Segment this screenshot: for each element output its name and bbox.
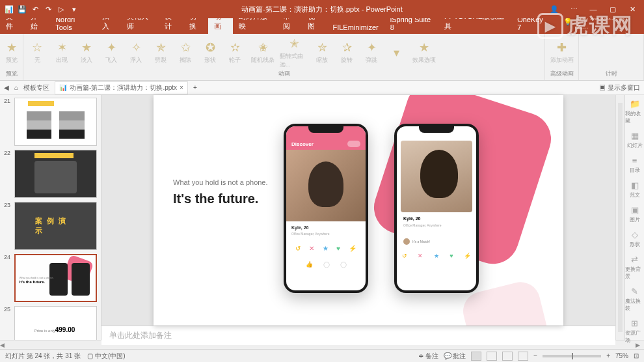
thumb-23[interactable]: 23 案 例 演 示	[4, 202, 97, 250]
zoom-out-button[interactable]: −	[533, 352, 537, 359]
home-icon[interactable]: ⌂	[14, 84, 18, 91]
rb-magic[interactable]: ✎魔法换装	[625, 286, 644, 312]
rb-templates[interactable]: ◧范文	[630, 180, 640, 199]
comments-label: 批注	[453, 352, 466, 359]
rb-favorites[interactable]: 📁我的收藏	[625, 99, 644, 124]
anim-growturn[interactable]: ✭翻转式由远...	[280, 37, 308, 68]
slide-thumbnail-panel[interactable]: 21 22 23 案 例 演 示 24 What you hold is not…	[0, 95, 101, 340]
rb-images[interactable]: ▣图片	[630, 205, 640, 223]
x-icon: ✕	[309, 245, 314, 252]
view-normal-button[interactable]	[471, 352, 481, 361]
chevron-down-icon: ▾	[394, 46, 399, 60]
rb-label: 魔法换装	[625, 298, 644, 312]
zoom-level[interactable]: 75%	[615, 352, 628, 359]
comments-toggle[interactable]: 💬 批注	[444, 352, 466, 361]
notes-toggle[interactable]: ≑ 备注	[418, 352, 438, 361]
anim-randombars[interactable]: ✬随机线条	[248, 37, 277, 68]
slide-title[interactable]: It's the future.	[173, 191, 258, 206]
fit-to-window-button[interactable]: ⊡	[634, 352, 639, 359]
preview-button[interactable]: ★预览	[3, 37, 20, 68]
anim-split[interactable]: ✯劈裂	[150, 37, 172, 68]
effect-options-button[interactable]: ★效果选项	[410, 37, 438, 68]
qat-more[interactable]: ▾	[69, 4, 79, 14]
lang-indicator[interactable]: ▢ 中文(中国)	[87, 352, 125, 361]
ppt-icon: 📊	[59, 84, 67, 91]
thumb-preview[interactable]: Price is only $ 499.00	[14, 306, 97, 340]
star-icon: ✧	[131, 40, 141, 55]
minimize-button[interactable]: —	[584, 2, 602, 16]
thumb-25[interactable]: 25 Price is only $ 499.00	[4, 306, 97, 340]
template-zone-link[interactable]: 模板专区	[23, 83, 49, 92]
qat-start-slideshow[interactable]: ▷	[56, 4, 66, 14]
notes-label: 备注	[425, 352, 438, 359]
anim-label: 轮子	[229, 56, 241, 64]
zoom-slider[interactable]	[543, 355, 601, 357]
document-tab[interactable]: 📊 动画篇-第二课：演讲助力：切换.pptx ×	[55, 81, 188, 94]
qat-undo[interactable]: ↶	[30, 4, 40, 14]
slide-subtitle[interactable]: What you hold is not a phone.	[173, 178, 268, 186]
thumb-preview-active[interactable]: What you hold is not a phone. It's the f…	[14, 254, 97, 302]
account-button[interactable]: 👤	[545, 2, 563, 16]
reload-icon: ↺	[295, 245, 301, 252]
close-button[interactable]: ✕	[623, 2, 641, 16]
anim-flyin[interactable]: ✦飞入	[100, 37, 122, 68]
anim-fade[interactable]: ★淡入	[75, 37, 98, 68]
zoom-in-button[interactable]: +	[606, 352, 610, 359]
anim-wheel[interactable]: ✫轮子	[224, 37, 246, 68]
thumb-preview[interactable]	[14, 150, 97, 198]
anim-zoom[interactable]: ✮缩放	[311, 37, 333, 68]
view-reading-button[interactable]	[502, 352, 513, 361]
view-slideshow-button[interactable]	[518, 352, 528, 361]
anim-appear[interactable]: ✶出现	[51, 37, 73, 68]
new-tab-button[interactable]: +	[193, 84, 197, 91]
anim-floatin[interactable]: ✧浮入	[125, 37, 147, 68]
lang-icon: ▢	[87, 352, 93, 359]
ribbon: ★预览 预览 ☆无 ✶出现 ★淡入 ✦飞入 ✧浮入 ✯劈裂 ✩擦除 ✪形状 ✫轮…	[0, 34, 644, 81]
rb-shapes[interactable]: ◇形状	[630, 230, 640, 248]
phone-mockup-1[interactable]: Discover Kyle, 26 Office Manager, Anywhe…	[284, 124, 368, 293]
nav-back-icon[interactable]: ◀	[4, 84, 9, 91]
vertical-scrollbar[interactable]	[615, 95, 624, 340]
anim-swivel[interactable]: ✰旋转	[336, 37, 358, 68]
thumb-preview[interactable]: 案 例 演 示	[14, 202, 97, 250]
ribbon-group-timing: 计时	[579, 34, 644, 80]
anim-none[interactable]: ☆无	[26, 37, 48, 68]
anim-wipe[interactable]: ✩擦除	[174, 37, 196, 68]
notes-pane[interactable]: 单击此处添加备注	[101, 326, 615, 345]
qat-redo[interactable]: ↷	[43, 4, 53, 14]
main-area: 21 22 23 案 例 演 示 24 What you hold is not…	[0, 95, 644, 340]
add-animation-button[interactable]: ✚添加动画	[548, 37, 576, 68]
qat-save[interactable]: 💾	[17, 4, 27, 14]
anim-shape[interactable]: ✪形状	[199, 37, 221, 68]
thumb-21[interactable]: 21	[4, 98, 97, 146]
scroll-right-icon[interactable]: ▶	[636, 342, 640, 348]
show-windows-link[interactable]: ▣ 显示多窗口	[599, 83, 640, 92]
document-tab-close[interactable]: ×	[180, 84, 183, 91]
anim-gallery-more[interactable]: ▾	[385, 37, 407, 68]
group-label-advanced: 高级动画	[548, 70, 576, 79]
view-sorter-button[interactable]	[487, 352, 497, 361]
folder-icon: 📁	[630, 99, 640, 109]
tell-me-icon: 💡	[563, 18, 572, 26]
status-bar: 幻灯片 第 24 张，共 31 张 ▢ 中文(中国) ≑ 备注 💬 批注 − +…	[0, 349, 644, 362]
star-icon: ✮	[317, 40, 327, 55]
thumb-24[interactable]: 24 What you hold is not a phone. It's th…	[4, 254, 97, 302]
ribbon-options-icon[interactable]: ⋯	[565, 2, 583, 16]
star-icon: ★	[323, 245, 329, 252]
thumb-preview[interactable]	[14, 98, 97, 146]
slide-content[interactable]: What you hold is not a phone. It's the f…	[154, 95, 563, 326]
tab-fileminimizer[interactable]: FILEminimizer	[327, 21, 384, 34]
slide-editor[interactable]: What you hold is not a phone. It's the f…	[101, 95, 615, 326]
thumb-22[interactable]: 22	[4, 150, 97, 198]
phone-mockup-2[interactable]: Kyle, 26 Office Manager, Anywhere It's a…	[394, 124, 479, 293]
rb-slides[interactable]: ▦幻灯片	[627, 131, 643, 149]
animations-gallery[interactable]: ☆无 ✶出现 ★淡入 ✦飞入 ✧浮入 ✯劈裂 ✩擦除 ✪形状 ✫轮子 ✬随机线条…	[26, 35, 542, 70]
scroll-left-icon[interactable]: ◀	[0, 342, 5, 348]
app-icon[interactable]: 📊	[4, 4, 14, 14]
anim-bounce[interactable]: ✦弹跳	[360, 37, 382, 68]
rb-background[interactable]: ⇄更换背景	[625, 255, 644, 280]
restore-button[interactable]: ▢	[604, 2, 622, 16]
rb-resources[interactable]: ⊞资源广场	[625, 318, 644, 344]
rb-toc[interactable]: ≡目录	[630, 156, 640, 174]
anim-label: 形状	[204, 56, 216, 64]
